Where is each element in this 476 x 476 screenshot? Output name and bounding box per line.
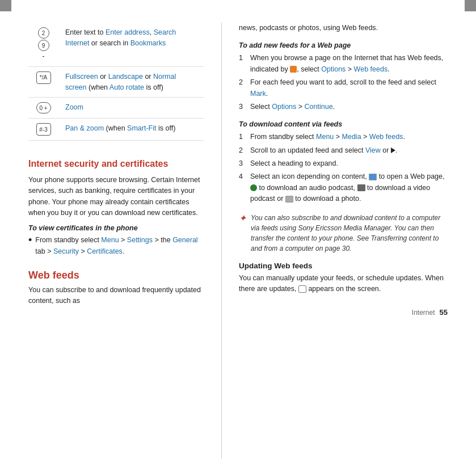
- key-cell: 0 +: [28, 98, 65, 119]
- link-view: View: [365, 146, 381, 154]
- key-icon-star: */A: [36, 71, 51, 84]
- list-item: 3 Select Options > Continue.: [239, 102, 448, 112]
- corner-mark-bl: [0, 0, 11, 11]
- key-cell: 2 9 -: [28, 23, 65, 66]
- step-num: 4: [239, 171, 247, 204]
- link-smart-fit: Smart-Fit: [127, 124, 156, 132]
- certificates-sub-heading: To view certificates in the phone: [28, 224, 204, 232]
- key-icon-zero: 0 +: [36, 102, 51, 113]
- add-feeds-heading: To add new feeds for a Web page: [239, 41, 448, 49]
- link-menu-2: Menu: [316, 133, 334, 141]
- web-feeds-body: You can subscribe to and download freque…: [28, 285, 204, 307]
- certificates-bullet-text: From standby select Menu > Settings > th…: [35, 235, 204, 257]
- key-description: Fullscreen or Landscape or Normal screen…: [65, 66, 204, 98]
- link-landscape: Landscape: [108, 73, 143, 81]
- table-row: #-3 Pan & zoom (when Smart-Fit is off): [28, 119, 204, 141]
- key-cell: */A: [28, 66, 65, 98]
- link-continue: Continue: [305, 103, 333, 111]
- key-icon-hash: #-3: [36, 123, 51, 136]
- download-heading: To download content via feeds: [239, 120, 448, 128]
- step-text: Select a heading to expand.: [250, 158, 338, 169]
- key-cell: #-3: [28, 119, 65, 141]
- note-icon: ✦: [239, 213, 246, 254]
- step-num: 3: [239, 158, 247, 169]
- step-text: Scroll to an updated feed and select Vie…: [250, 145, 397, 156]
- play-icon: [391, 148, 395, 153]
- photo-icon: [285, 196, 293, 203]
- list-item: 1 When you browse a page on the Internet…: [239, 53, 448, 75]
- left-column: 2 9 - Enter text to Enter address, Searc…: [28, 23, 204, 459]
- link-web-feeds-2: Web feeds: [369, 133, 403, 141]
- key-dash: -: [43, 52, 45, 60]
- list-item: 4 Select an icon depending on content, t…: [239, 171, 448, 204]
- link-enter-address: Enter address: [106, 28, 150, 36]
- step-num: 2: [239, 145, 247, 156]
- key-2-9: 2 9: [28, 27, 58, 51]
- step-text: Select Options > Continue.: [250, 102, 335, 112]
- link-fullscreen: Fullscreen: [65, 73, 98, 81]
- link-mark: Mark: [250, 90, 266, 98]
- link-bookmarks: Bookmarks: [130, 39, 166, 47]
- updating-heading: Updating Web feeds: [239, 262, 448, 270]
- note-box: ✦ You can also subscribe to and download…: [239, 213, 448, 254]
- table-row: 2 9 - Enter text to Enter address, Searc…: [28, 23, 204, 66]
- updating-body: You can manually update your feeds, or s…: [239, 273, 448, 295]
- link-menu: Menu: [101, 236, 119, 244]
- audio-podcast-icon: [250, 184, 257, 191]
- step-text: From standby select Menu > Media > Web f…: [250, 132, 405, 142]
- link-zoom: Zoom: [65, 103, 83, 111]
- security-section-body: Your phone supports secure browsing. Cer…: [28, 175, 204, 219]
- step-num: 3: [239, 102, 247, 112]
- link-certificates: Certificates: [87, 247, 123, 255]
- link-media: Media: [342, 133, 361, 141]
- right-intro: news, podcasts or photos, using Web feed…: [239, 23, 448, 33]
- rss-icon: [290, 66, 297, 73]
- content-area: 2 9 - Enter text to Enter address, Searc…: [28, 23, 448, 459]
- certificates-bullet: • From standby select Menu > Settings > …: [28, 235, 204, 257]
- bullet-dot: •: [28, 235, 32, 257]
- footer: Internet 55: [239, 300, 448, 317]
- right-column: news, podcasts or photos, using Web feed…: [239, 23, 448, 459]
- link-settings: Settings: [127, 236, 153, 244]
- table-row: */A Fullscreen or Landscape or Normal sc…: [28, 66, 204, 98]
- web-feeds-title: Web feeds: [28, 269, 204, 281]
- footer-section-label: Internet: [412, 309, 435, 317]
- link-auto-rotate: Auto rotate: [109, 83, 144, 91]
- key-description: Zoom: [65, 98, 204, 119]
- link-general-tab: General: [172, 236, 197, 244]
- link-pan-zoom: Pan & zoom: [65, 124, 104, 132]
- security-section-title: Internet security and certificates: [28, 158, 204, 170]
- note-text: You can also subscribe to and download c…: [251, 213, 448, 254]
- step-text: When you browse a page on the Internet t…: [250, 53, 448, 75]
- table-row: 0 + Zoom: [28, 98, 204, 119]
- key-description: Pan & zoom (when Smart-Fit is off): [65, 119, 204, 141]
- link-security: Security: [53, 247, 79, 255]
- step-text: For each feed you want to add, scroll to…: [250, 77, 448, 99]
- key-description: Enter text to Enter address, Search Inte…: [65, 23, 204, 66]
- link-web-feeds-1: Web feeds: [354, 65, 388, 73]
- step-num: 1: [239, 132, 247, 142]
- list-item: 2 Scroll to an updated feed and select V…: [239, 145, 448, 156]
- footer-page-number: 55: [440, 308, 448, 317]
- page: 2 9 - Enter text to Enter address, Searc…: [0, 0, 476, 476]
- corner-mark-br: [465, 0, 476, 11]
- download-list: 1 From standby select Menu > Media > Web…: [239, 132, 448, 204]
- add-feeds-list: 1 When you browse a page on the Internet…: [239, 53, 448, 112]
- vertical-divider: [221, 23, 222, 459]
- key-table: 2 9 - Enter text to Enter address, Searc…: [28, 23, 204, 141]
- list-item: 1 From standby select Menu > Media > Web…: [239, 132, 448, 142]
- web-page-icon: [369, 174, 377, 180]
- key-icon-9: 9: [38, 40, 49, 51]
- key-icon-2: 2: [38, 27, 49, 39]
- link-options-2: Options: [272, 103, 296, 111]
- list-item: 3 Select a heading to expand.: [239, 158, 448, 169]
- link-options-1: Options: [321, 65, 346, 73]
- update-icon: [298, 285, 306, 293]
- list-item: 2 For each feed you want to add, scroll …: [239, 77, 448, 99]
- step-num: 1: [239, 53, 247, 75]
- step-num: 2: [239, 77, 247, 99]
- video-podcast-icon: [357, 184, 365, 191]
- step-text: Select an icon depending on content, to …: [250, 171, 448, 204]
